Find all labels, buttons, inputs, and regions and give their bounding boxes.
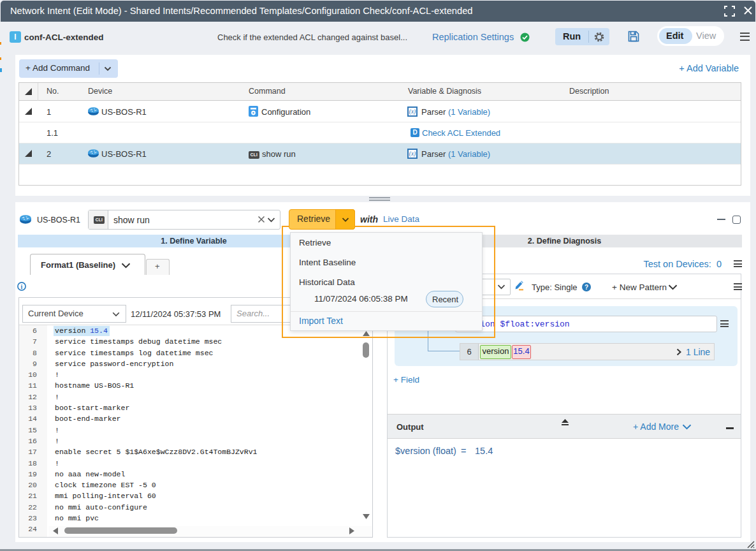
svg-text:?: ? (585, 284, 588, 291)
svg-text:(x): (x) (409, 151, 416, 158)
svg-text:(x): (x) (409, 108, 416, 115)
svg-text:i: i (21, 283, 23, 290)
